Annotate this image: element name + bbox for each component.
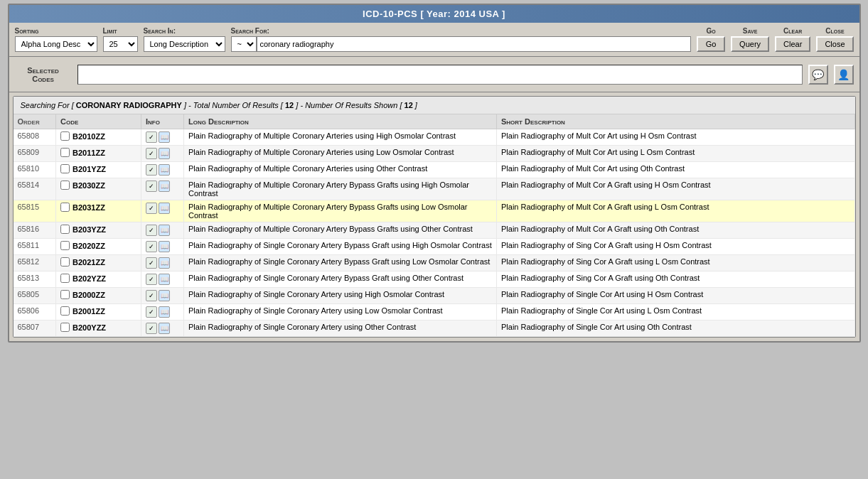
selected-codes-input[interactable] [77, 65, 803, 85]
go-button[interactable]: Go [697, 36, 725, 52]
info-check-icon[interactable]: ✓ [146, 164, 157, 176]
row-checkbox[interactable] [60, 225, 70, 234]
info-icons: ✓ 📖 [146, 203, 179, 214]
info-check-icon[interactable]: ✓ [146, 290, 157, 301]
code-value: B2001ZZ [73, 307, 105, 316]
results-container: Searching For [ CORONARY RADIOGRAPHY ] -… [13, 96, 856, 338]
long-desc-cell: Plain Radiography of Single Coronary Art… [184, 304, 497, 321]
table-row: 65815 B2031ZZ ✓ 📖 Plain Radiography of M… [14, 200, 855, 222]
info-book-icon[interactable]: 📖 [159, 181, 170, 192]
short-desc-cell: Plain Radiography of Mult Cor Art using … [497, 162, 855, 178]
row-checkbox[interactable] [60, 203, 70, 212]
info-icons: ✓ 📖 [146, 181, 179, 192]
info-icons: ✓ 📖 [146, 323, 179, 334]
save-label: Save [743, 27, 758, 35]
clear-button[interactable]: Clear [775, 36, 810, 52]
close-button[interactable]: Close [816, 36, 853, 52]
order-cell: 65807 [14, 321, 56, 337]
info-book-icon[interactable]: 📖 [159, 323, 170, 334]
go-label: Go [706, 27, 715, 35]
clear-label: Clear [783, 27, 802, 35]
order-cell: 65809 [14, 146, 56, 162]
shown-count: 12 [404, 101, 413, 109]
table-row: 65809 B2011ZZ ✓ 📖 Plain Radiography of M… [14, 146, 855, 162]
row-checkbox[interactable] [60, 257, 70, 267]
info-book-icon[interactable]: 📖 [159, 225, 170, 236]
info-check-icon[interactable]: ✓ [146, 241, 157, 252]
search-in-select[interactable]: Long Description Short Description Code [144, 36, 225, 52]
sorting-select[interactable]: Alpha Long Desc Alpha Short Desc Code Or… [15, 36, 97, 52]
info-check-icon[interactable]: ✓ [146, 225, 157, 236]
row-checkbox[interactable] [60, 241, 70, 250]
info-check-icon[interactable]: ✓ [146, 306, 157, 318]
table-row: 65816 B203YZZ ✓ 📖 Plain Radiography of M… [14, 222, 855, 239]
info-cell: ✓ 📖 [141, 162, 184, 178]
row-checkbox[interactable] [60, 274, 70, 283]
results-table: Order Code Info Long Description Short D… [14, 114, 855, 337]
person-icon: 👤 [837, 69, 850, 80]
code-cell: B2000ZZ [56, 288, 141, 304]
info-book-icon[interactable]: 📖 [159, 241, 170, 252]
info-check-icon[interactable]: ✓ [146, 203, 157, 214]
code-value: B203YZZ [73, 225, 106, 234]
row-checkbox[interactable] [60, 323, 70, 332]
short-desc-cell: Plain Radiography of Mult Cor A Graft us… [497, 200, 855, 222]
table-row: 65806 B2001ZZ ✓ 📖 Plain Radiography of S… [14, 304, 855, 321]
limit-group: Limit 10 25 50 100 [103, 27, 138, 52]
table-row: 65805 B2000ZZ ✓ 📖 Plain Radiography of S… [14, 288, 855, 304]
info-check-icon[interactable]: ✓ [146, 274, 157, 285]
title-bar: ICD-10-PCS [ Year: 2014 USA ] [9, 5, 859, 23]
info-book-icon[interactable]: 📖 [159, 148, 170, 159]
short-desc-cell: Plain Radiography of Mult Cor Art using … [497, 146, 855, 162]
limit-select[interactable]: 10 25 50 100 [103, 36, 138, 52]
short-desc-cell: Plain Radiography of Mult Cor A Graft us… [497, 178, 855, 200]
chat-icon: 💬 [812, 69, 824, 80]
long-desc-cell: Plain Radiography of Multiple Coronary A… [184, 178, 497, 200]
info-check-icon[interactable]: ✓ [146, 181, 157, 192]
shown-prefix: ] - Number Of Results Shown [ [296, 101, 404, 109]
info-book-icon[interactable]: 📖 [159, 290, 170, 301]
main-container: ICD-10-PCS [ Year: 2014 USA ] Sorting Al… [8, 4, 861, 343]
save-button[interactable]: Query [731, 36, 769, 52]
info-check-icon[interactable]: ✓ [146, 148, 157, 159]
person-icon-button[interactable]: 👤 [834, 65, 854, 85]
info-book-icon[interactable]: 📖 [159, 274, 170, 285]
row-checkbox[interactable] [60, 181, 70, 190]
long-desc-cell: Plain Radiography of Multiple Coronary A… [184, 162, 497, 178]
info-check-icon[interactable]: ✓ [146, 323, 157, 334]
row-checkbox[interactable] [60, 290, 70, 299]
close-button-group: Close Close [816, 27, 853, 52]
info-cell: ✓ 📖 [141, 239, 184, 255]
row-checkbox[interactable] [60, 148, 70, 157]
row-checkbox[interactable] [60, 306, 70, 316]
info-book-icon[interactable]: 📖 [159, 131, 170, 143]
code-value: B2031ZZ [73, 203, 105, 212]
info-cell: ✓ 📖 [141, 200, 184, 222]
row-checkbox[interactable] [60, 164, 70, 173]
go-button-group: Go Go [697, 27, 725, 52]
info-check-icon[interactable]: ✓ [146, 131, 157, 143]
search-prefix-select[interactable]: ~ = * [231, 36, 257, 52]
close-label: Close [825, 27, 844, 35]
short-desc-cell: Plain Radiography of Single Cor Art usin… [497, 304, 855, 321]
short-desc-cell: Plain Radiography of Single Cor Art usin… [497, 321, 855, 337]
info-icons: ✓ 📖 [146, 164, 179, 176]
table-row: 65810 B201YZZ ✓ 📖 Plain Radiography of M… [14, 162, 855, 178]
code-cell: B2021ZZ [56, 255, 141, 271]
row-checkbox[interactable] [60, 131, 70, 141]
info-book-icon[interactable]: 📖 [159, 203, 170, 214]
code-cell: B201YZZ [56, 162, 141, 178]
info-book-icon[interactable]: 📖 [159, 257, 170, 269]
long-desc-cell: Plain Radiography of Single Coronary Art… [184, 321, 497, 337]
long-desc-cell: Plain Radiography of Multiple Coronary A… [184, 222, 497, 239]
info-cell: ✓ 📖 [141, 288, 184, 304]
info-check-icon[interactable]: ✓ [146, 257, 157, 269]
info-book-icon[interactable]: 📖 [159, 164, 170, 176]
info-icons: ✓ 📖 [146, 257, 179, 269]
code-value: B2010ZZ [73, 132, 105, 141]
info-book-icon[interactable]: 📖 [159, 306, 170, 318]
code-cell: B202YZZ [56, 271, 141, 288]
search-input[interactable] [257, 36, 692, 52]
chat-icon-button[interactable]: 💬 [808, 65, 828, 85]
toolbar: Sorting Alpha Long Desc Alpha Short Desc… [9, 23, 859, 57]
